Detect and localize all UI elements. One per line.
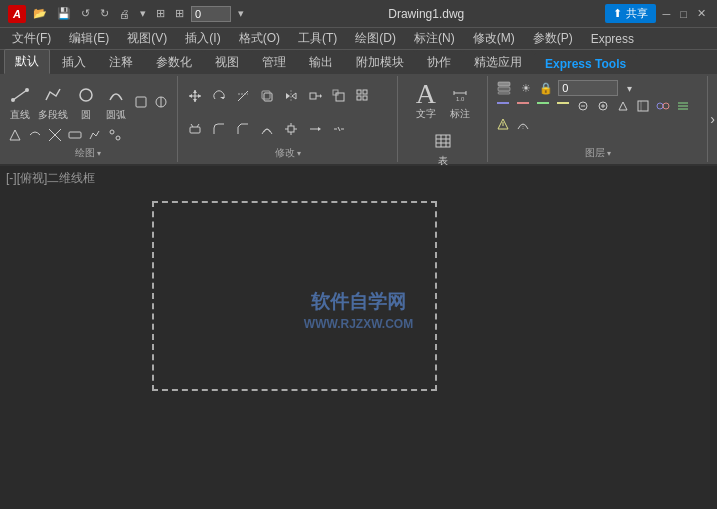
draw-extra2-button[interactable] — [152, 94, 170, 110]
annotate-text-button[interactable]: A 文字 — [411, 80, 441, 123]
menu-edit[interactable]: 编辑(E) — [61, 28, 117, 49]
minimize-button[interactable]: ─ — [660, 6, 674, 22]
draw-arc-button[interactable]: 圆弧 — [102, 81, 130, 124]
modify-rotate-button[interactable] — [208, 88, 230, 104]
modify-extend-button[interactable] — [304, 121, 326, 137]
menu-file[interactable]: 文件(F) — [4, 28, 59, 49]
menu-draw[interactable]: 绘图(D) — [347, 28, 404, 49]
tab-collab[interactable]: 协作 — [416, 50, 462, 74]
layer-tool-7[interactable] — [614, 98, 632, 114]
draw-group-chevron: ▾ — [97, 149, 101, 158]
annotate-dim-button[interactable]: 1.0 标注 — [445, 80, 475, 123]
layer-tool-11[interactable] — [494, 116, 512, 132]
print-button[interactable]: 🖨 — [116, 6, 133, 22]
save-button[interactable]: 💾 — [54, 5, 74, 22]
title-bar-center: Drawing1.dwg — [388, 7, 464, 21]
modify-join-button[interactable] — [328, 121, 350, 137]
modify-copy-button[interactable] — [256, 88, 278, 104]
dropdown-button[interactable]: ▾ — [235, 5, 247, 22]
layer-tool-8[interactable] — [634, 98, 652, 114]
tab-parametric[interactable]: 参数化 — [145, 50, 203, 74]
layer-tool-4[interactable] — [554, 98, 572, 114]
svg-rect-31 — [363, 90, 367, 94]
menu-express[interactable]: Express — [583, 28, 642, 49]
maximize-button[interactable]: □ — [677, 6, 690, 22]
draw-line-button[interactable]: 直线 — [6, 81, 34, 124]
number-input[interactable] — [191, 6, 231, 22]
modify-array-button[interactable] — [352, 88, 374, 104]
layer-tool-10[interactable] — [674, 98, 692, 114]
tab-default[interactable]: 默认 — [4, 49, 50, 74]
draw-circle-button[interactable]: 圆 — [72, 81, 100, 124]
redo-button[interactable]: ↻ — [97, 5, 112, 22]
annotate-table-button[interactable]: 表 — [428, 127, 458, 170]
menu-format[interactable]: 格式(O) — [231, 28, 288, 49]
modify-move-button[interactable] — [184, 88, 206, 104]
tab-annotate[interactable]: 注释 — [98, 50, 144, 74]
layer-light-button[interactable]: ☀ — [518, 81, 534, 96]
menu-tools[interactable]: 工具(T) — [290, 28, 345, 49]
modify-offset-button[interactable] — [256, 121, 278, 137]
layer-tool-1[interactable] — [494, 98, 512, 114]
layer-tool-9[interactable] — [654, 98, 672, 114]
layer-tool-3[interactable] — [534, 98, 552, 114]
tab-view[interactable]: 视图 — [204, 50, 250, 74]
tab-addons[interactable]: 附加模块 — [345, 50, 415, 74]
close-button[interactable]: ✕ — [694, 5, 709, 22]
ribbon-scroll-arrow[interactable]: › — [708, 76, 717, 162]
modify-mirror-button[interactable] — [280, 88, 302, 104]
layer-group-label[interactable]: 图层 ▾ — [585, 146, 611, 160]
svg-rect-29 — [336, 93, 344, 101]
draw-extra4-button[interactable] — [26, 127, 44, 143]
layer-properties-button[interactable] — [494, 80, 514, 96]
modify-scale-button[interactable] — [328, 88, 350, 104]
draw-extra3-button[interactable] — [6, 127, 24, 143]
plot-button[interactable]: ⊞ — [153, 5, 168, 22]
layer-tool-2[interactable] — [514, 98, 532, 114]
open-button[interactable]: 📂 — [30, 5, 50, 22]
layer-tool-5[interactable] — [574, 98, 592, 114]
draw-extra6-button[interactable] — [66, 127, 84, 143]
ribbon-right-scroll[interactable]: › — [710, 111, 715, 127]
tab-express-tools[interactable]: Express Tools — [534, 53, 637, 74]
modify-erase-button[interactable] — [184, 121, 206, 137]
draw-extra5-button[interactable] — [46, 127, 64, 143]
draw-extra1-button[interactable] — [132, 94, 150, 110]
modify-stretch-button[interactable] — [304, 88, 326, 104]
draw-extra8-button[interactable] — [106, 127, 124, 143]
modify-explode-button[interactable] — [280, 121, 302, 137]
app-icon: A — [8, 5, 26, 23]
layer-input[interactable] — [558, 80, 618, 96]
tab-insert[interactable]: 插入 — [51, 50, 97, 74]
draw-group-label[interactable]: 绘图 ▾ — [75, 146, 101, 160]
draw-extra7-button[interactable] — [86, 127, 104, 143]
menu-modify[interactable]: 修改(M) — [465, 28, 523, 49]
drawing-rectangle — [152, 201, 437, 391]
svg-marker-16 — [198, 94, 201, 98]
layer-tool-12[interactable] — [514, 116, 532, 132]
tab-featured[interactable]: 精选应用 — [463, 50, 533, 74]
menu-dimension[interactable]: 标注(N) — [406, 28, 463, 49]
tab-output[interactable]: 输出 — [298, 50, 344, 74]
svg-rect-21 — [262, 91, 270, 99]
layer-tool-6[interactable] — [594, 98, 612, 114]
layer-dropdown-button[interactable]: ▾ — [622, 82, 636, 95]
modify-chamfer-button[interactable] — [232, 121, 254, 137]
tab-manage[interactable]: 管理 — [251, 50, 297, 74]
svg-marker-23 — [286, 93, 290, 99]
modify-fillet-button[interactable] — [208, 121, 230, 137]
menu-view[interactable]: 视图(V) — [119, 28, 175, 49]
menu-insert[interactable]: 插入(I) — [177, 28, 228, 49]
draw-polyline-button[interactable]: 多段线 — [36, 81, 70, 124]
modify-group-label[interactable]: 修改 ▾ — [275, 146, 301, 160]
title-bar-left: A 📂 💾 ↺ ↻ 🖨 ▾ ⊞ ⊞ ▾ — [8, 5, 247, 23]
modify-trim-button[interactable] — [232, 88, 254, 104]
share-button[interactable]: ⬆ 共享 — [605, 4, 655, 23]
annotate-text-label: 文字 — [416, 107, 436, 121]
publish-button[interactable]: ⊞ — [172, 5, 187, 22]
svg-marker-14 — [193, 99, 197, 102]
menu-parameter[interactable]: 参数(P) — [525, 28, 581, 49]
extra-button[interactable]: ▾ — [137, 5, 149, 22]
undo-button[interactable]: ↺ — [78, 5, 93, 22]
layer-sun-button[interactable]: 🔒 — [538, 81, 554, 96]
